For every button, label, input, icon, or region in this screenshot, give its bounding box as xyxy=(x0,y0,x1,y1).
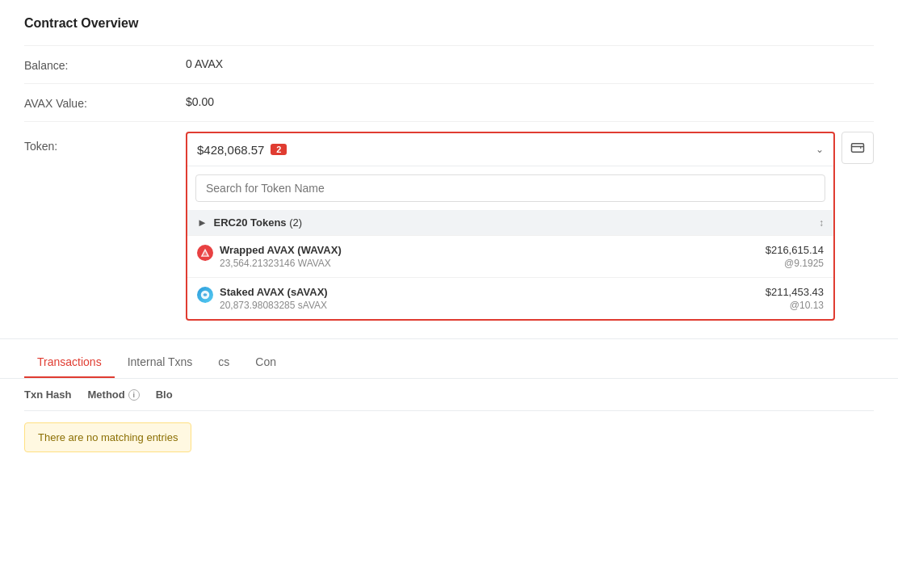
savax-icon xyxy=(197,287,213,303)
savax-usd: $211,453.43 xyxy=(766,286,824,298)
wavax-icon xyxy=(197,245,213,261)
token-controls: $428,068.57 2 ⌄ xyxy=(186,132,874,321)
col-block-partial: Blo xyxy=(156,388,173,401)
avax-value-row: AVAX Value: $0.00 xyxy=(24,83,874,121)
col-txn-hash: Txn Hash xyxy=(24,388,72,401)
erc20-group-header[interactable]: ► ERC20 Tokens (2) ↕ xyxy=(187,210,833,235)
balance-row: Balance: 0 AVAX xyxy=(24,45,874,83)
token-label: Token: xyxy=(24,132,186,153)
wavax-values: $216,615.14 @9.1925 xyxy=(766,244,824,269)
token-dropdown-wrapper: $428,068.57 2 ⌄ xyxy=(186,132,835,321)
token-item-left-wavax: Wrapped AVAX (WAVAX) 23,564.21323146 WAV… xyxy=(197,244,342,269)
chevron-right-icon: ► xyxy=(197,216,208,229)
dropdown-panel: ► ERC20 Tokens (2) ↕ xyxy=(187,166,833,319)
contract-overview-section: Contract Overview Balance: 0 AVAX AVAX V… xyxy=(0,0,898,339)
token-row: Token: $428,068.57 2 ⌄ xyxy=(24,121,874,330)
savax-values: $211,453.43 @10.13 xyxy=(766,286,824,311)
token-item-wavax[interactable]: Wrapped AVAX (WAVAX) 23,564.21323146 WAV… xyxy=(187,235,833,277)
erc20-label: ERC20 Tokens xyxy=(214,216,287,229)
savax-rate: @10.13 xyxy=(766,300,824,311)
wavax-amount: 23,564.21323146 WAVAX xyxy=(220,258,342,269)
chevron-down-icon: ⌄ xyxy=(816,144,824,155)
token-select-trigger[interactable]: $428,068.57 2 ⌄ xyxy=(187,133,833,166)
table-header: Txn Hash Method i Blo xyxy=(24,379,874,411)
no-entries-row: There are no matching entries xyxy=(24,411,874,464)
avax-value-label: AVAX Value: xyxy=(24,95,186,110)
tab-transactions[interactable]: Transactions xyxy=(24,347,115,378)
token-item-left-savax: Staked AVAX (sAVAX) 20,873.98083285 sAVA… xyxy=(197,286,328,311)
wavax-info: Wrapped AVAX (WAVAX) 23,564.21323146 WAV… xyxy=(220,244,342,269)
method-info-icon[interactable]: i xyxy=(128,389,140,401)
tab-internal-txns[interactable]: Internal Txns xyxy=(115,347,206,378)
tab-partial-cs[interactable]: cs xyxy=(205,347,242,378)
token-select-left: $428,068.57 2 xyxy=(197,143,287,157)
svg-rect-3 xyxy=(852,144,864,153)
section-title: Contract Overview xyxy=(24,16,874,31)
erc20-count: (2) xyxy=(289,216,302,229)
wavax-usd: $216,615.14 xyxy=(766,244,824,256)
no-entries-box: There are no matching entries xyxy=(24,422,191,452)
avax-value: $0.00 xyxy=(186,95,874,108)
balance-value: 0 AVAX xyxy=(186,57,874,70)
token-search-input[interactable] xyxy=(195,174,825,202)
wallet-button[interactable] xyxy=(841,132,874,164)
col-method: Method i xyxy=(88,388,140,401)
tabs-list: Transactions Internal Txns cs Con xyxy=(24,347,874,378)
wavax-name: Wrapped AVAX (WAVAX) xyxy=(220,244,342,256)
tab-partial-con[interactable]: Con xyxy=(242,347,289,378)
balance-label: Balance: xyxy=(24,57,186,72)
search-box-wrapper xyxy=(187,166,833,210)
savax-info: Staked AVAX (sAVAX) 20,873.98083285 sAVA… xyxy=(220,286,328,311)
sort-icon: ↕ xyxy=(819,217,824,229)
tabs-section: Transactions Internal Txns cs Con xyxy=(0,347,898,379)
wavax-rate: @9.1925 xyxy=(766,258,824,269)
table-section: Txn Hash Method i Blo There are no match… xyxy=(0,379,898,464)
token-item-savax[interactable]: Staked AVAX (sAVAX) 20,873.98083285 sAVA… xyxy=(187,277,833,319)
savax-amount: 20,873.98083285 sAVAX xyxy=(220,300,328,311)
page-wrapper: Contract Overview Balance: 0 AVAX AVAX V… xyxy=(0,0,898,588)
erc20-group-title: ► ERC20 Tokens (2) xyxy=(197,216,302,229)
token-amount: $428,068.57 xyxy=(197,143,264,157)
savax-name: Staked AVAX (sAVAX) xyxy=(220,286,328,298)
token-badge: 2 xyxy=(271,144,287,155)
